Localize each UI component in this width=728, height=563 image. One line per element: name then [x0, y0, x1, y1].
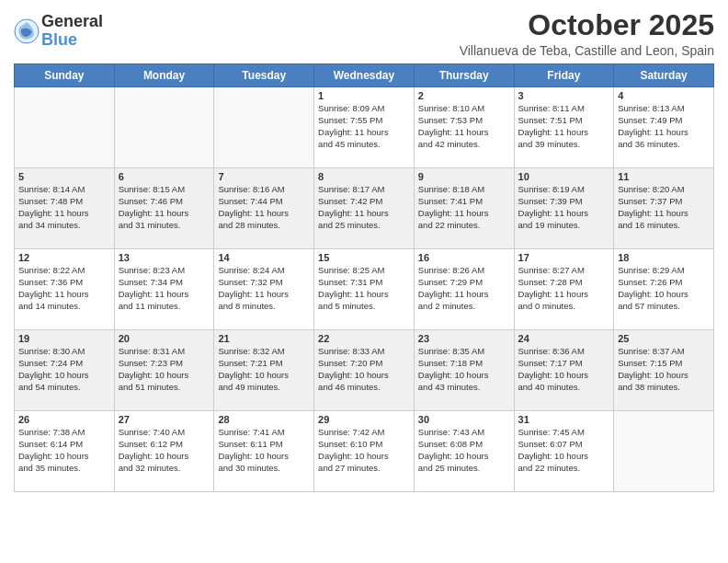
- cell-info-line: Sunrise: 8:16 AM: [218, 184, 310, 196]
- cell-info-line: and 27 minutes.: [318, 463, 410, 475]
- day-number: 1: [318, 90, 410, 101]
- cell-info-line: Sunset: 7:20 PM: [318, 358, 410, 370]
- cal-cell: 10Sunrise: 8:19 AMSunset: 7:39 PMDayligh…: [514, 168, 614, 249]
- day-header-friday: Friday: [514, 64, 614, 87]
- day-number: 29: [318, 414, 410, 425]
- cell-info-line: Daylight: 11 hours: [618, 208, 710, 220]
- cell-info-line: and 19 minutes.: [518, 220, 610, 232]
- cell-info-line: Sunrise: 8:11 AM: [518, 103, 610, 115]
- cal-cell: 1Sunrise: 8:09 AMSunset: 7:55 PMDaylight…: [314, 87, 415, 168]
- cell-info-line: Daylight: 10 hours: [18, 370, 110, 382]
- cell-info-line: and 51 minutes.: [119, 382, 210, 394]
- calendar-table: SundayMondayTuesdayWednesdayThursdayFrid…: [14, 63, 714, 492]
- day-number: 15: [318, 252, 410, 263]
- cell-info-line: Daylight: 11 hours: [618, 127, 710, 139]
- day-header-saturday: Saturday: [614, 64, 714, 87]
- cell-info-line: Daylight: 10 hours: [518, 451, 610, 463]
- day-number: 18: [618, 252, 710, 263]
- week-row-2: 5Sunrise: 8:14 AMSunset: 7:48 PMDaylight…: [15, 168, 714, 249]
- cell-info-line: Sunrise: 8:29 AM: [618, 265, 710, 277]
- day-number: 25: [618, 333, 710, 344]
- day-number: 27: [119, 414, 210, 425]
- cal-cell: 13Sunrise: 8:23 AMSunset: 7:34 PMDayligh…: [114, 249, 214, 330]
- cell-info-line: Sunrise: 8:25 AM: [318, 265, 410, 277]
- cell-info-line: Sunrise: 8:20 AM: [618, 184, 710, 196]
- cell-info-line: Daylight: 10 hours: [418, 370, 510, 382]
- cell-info-line: Sunrise: 8:31 AM: [119, 346, 210, 358]
- cal-cell: 17Sunrise: 8:27 AMSunset: 7:28 PMDayligh…: [514, 249, 614, 330]
- cal-cell: 23Sunrise: 8:35 AMSunset: 7:18 PMDayligh…: [414, 330, 514, 411]
- week-row-3: 12Sunrise: 8:22 AMSunset: 7:36 PMDayligh…: [15, 249, 714, 330]
- logo-general: General: [41, 13, 103, 31]
- cal-cell: 16Sunrise: 8:26 AMSunset: 7:29 PMDayligh…: [414, 249, 514, 330]
- cal-cell: 11Sunrise: 8:20 AMSunset: 7:37 PMDayligh…: [614, 168, 714, 249]
- cell-info-line: and 42 minutes.: [418, 139, 510, 151]
- cell-info-line: and 34 minutes.: [18, 220, 110, 232]
- cell-info-line: Daylight: 11 hours: [218, 208, 310, 220]
- cell-info-line: Daylight: 11 hours: [518, 289, 610, 301]
- cell-info-line: Daylight: 10 hours: [518, 370, 610, 382]
- day-number: 23: [418, 333, 510, 344]
- cal-cell: 30Sunrise: 7:43 AMSunset: 6:08 PMDayligh…: [414, 411, 514, 492]
- cell-info-line: Sunrise: 8:15 AM: [119, 184, 210, 196]
- cell-info-line: Daylight: 11 hours: [418, 208, 510, 220]
- cell-info-line: and 2 minutes.: [418, 301, 510, 313]
- cell-info-line: Daylight: 10 hours: [618, 370, 710, 382]
- calendar-page: General Blue October 2025 Villanueva de …: [0, 0, 728, 563]
- cell-info-line: Daylight: 11 hours: [318, 127, 410, 139]
- cell-info-line: Daylight: 11 hours: [218, 289, 310, 301]
- day-header-sunday: Sunday: [15, 64, 115, 87]
- cal-cell: 29Sunrise: 7:42 AMSunset: 6:10 PMDayligh…: [314, 411, 415, 492]
- cell-info-line: and 30 minutes.: [218, 463, 310, 475]
- logo-text: General Blue: [41, 13, 103, 50]
- day-number: 31: [518, 414, 610, 425]
- cell-info-line: and 28 minutes.: [218, 220, 310, 232]
- cell-info-line: Daylight: 10 hours: [218, 370, 310, 382]
- cell-info-line: and 54 minutes.: [18, 382, 110, 394]
- cell-info-line: Daylight: 11 hours: [418, 289, 510, 301]
- cal-cell: [15, 87, 115, 168]
- cal-cell: 24Sunrise: 8:36 AMSunset: 7:17 PMDayligh…: [514, 330, 614, 411]
- cal-cell: 26Sunrise: 7:38 AMSunset: 6:14 PMDayligh…: [15, 411, 115, 492]
- cal-cell: 28Sunrise: 7:41 AMSunset: 6:11 PMDayligh…: [214, 411, 314, 492]
- cell-info-line: and 57 minutes.: [618, 301, 710, 313]
- cell-info-line: Sunrise: 7:40 AM: [119, 427, 210, 439]
- cal-cell: 15Sunrise: 8:25 AMSunset: 7:31 PMDayligh…: [314, 249, 415, 330]
- cell-info-line: and 22 minutes.: [518, 463, 610, 475]
- day-number: 6: [119, 171, 210, 182]
- cell-info-line: and 22 minutes.: [418, 220, 510, 232]
- day-header-wednesday: Wednesday: [314, 64, 415, 87]
- day-number: 2: [418, 90, 510, 101]
- cell-info-line: Sunset: 7:31 PM: [318, 277, 410, 289]
- cell-info-line: and 32 minutes.: [119, 463, 210, 475]
- cal-cell: [614, 411, 714, 492]
- day-number: 11: [618, 171, 710, 182]
- day-number: 13: [119, 252, 210, 263]
- cal-cell: 3Sunrise: 8:11 AMSunset: 7:51 PMDaylight…: [514, 87, 614, 168]
- day-number: 10: [518, 171, 610, 182]
- cal-cell: 27Sunrise: 7:40 AMSunset: 6:12 PMDayligh…: [114, 411, 214, 492]
- day-header-tuesday: Tuesday: [214, 64, 314, 87]
- cell-info-line: Sunrise: 8:37 AM: [618, 346, 710, 358]
- cell-info-line: Sunset: 7:32 PM: [218, 277, 310, 289]
- cell-info-line: and 49 minutes.: [218, 382, 310, 394]
- cal-cell: 25Sunrise: 8:37 AMSunset: 7:15 PMDayligh…: [614, 330, 714, 411]
- day-header-thursday: Thursday: [414, 64, 514, 87]
- cell-info-line: and 46 minutes.: [318, 382, 410, 394]
- cell-info-line: Sunrise: 8:13 AM: [618, 103, 710, 115]
- day-number: 30: [418, 414, 510, 425]
- cell-info-line: Sunrise: 7:41 AM: [218, 427, 310, 439]
- cal-cell: [114, 87, 214, 168]
- cell-info-line: Sunrise: 8:33 AM: [318, 346, 410, 358]
- cal-cell: 7Sunrise: 8:16 AMSunset: 7:44 PMDaylight…: [214, 168, 314, 249]
- cell-info-line: Sunset: 7:41 PM: [418, 196, 510, 208]
- cal-cell: 22Sunrise: 8:33 AMSunset: 7:20 PMDayligh…: [314, 330, 415, 411]
- cell-info-line: Sunset: 6:14 PM: [18, 439, 110, 451]
- cell-info-line: Sunrise: 7:45 AM: [518, 427, 610, 439]
- cell-info-line: and 25 minutes.: [318, 220, 410, 232]
- cell-info-line: Sunset: 7:24 PM: [18, 358, 110, 370]
- cell-info-line: Sunset: 6:08 PM: [418, 439, 510, 451]
- cell-info-line: Sunset: 7:18 PM: [418, 358, 510, 370]
- cal-cell: 20Sunrise: 8:31 AMSunset: 7:23 PMDayligh…: [114, 330, 214, 411]
- cell-info-line: Sunset: 7:49 PM: [618, 115, 710, 127]
